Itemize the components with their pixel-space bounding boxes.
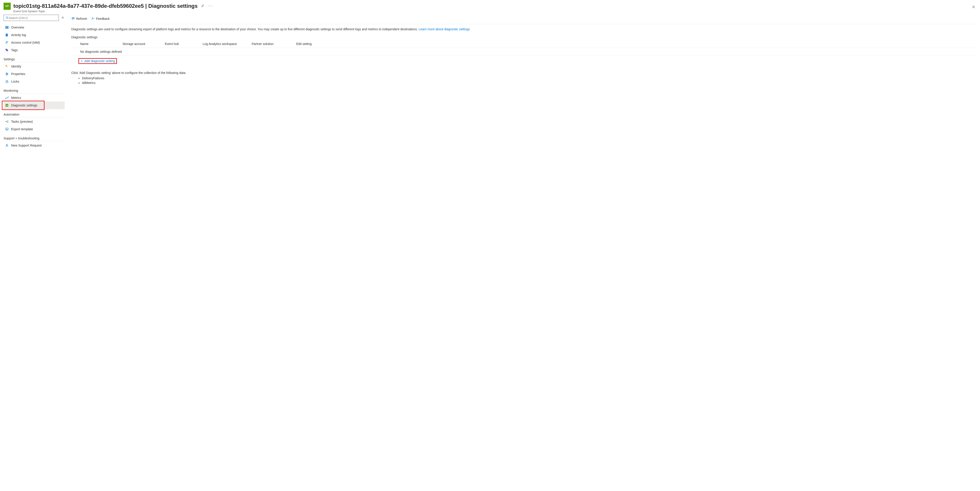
sidebar-item-label: Overview [11,25,24,29]
svg-point-22 [5,98,6,99]
sidebar-item-label: Diagnostic settings [11,103,37,107]
list-item: AllMetrics [82,81,975,85]
table-empty-row: No diagnostic settings defined [71,48,975,56]
sidebar-item-label: Activity log [11,33,26,37]
col-name: Name [80,42,123,46]
diagnostic-settings-icon [5,103,9,107]
properties-icon [5,72,9,76]
more-button[interactable]: ··· [207,3,214,9]
activity-log-icon [5,33,9,37]
svg-point-11 [7,41,8,42]
sidebar-search[interactable] [3,15,59,21]
tasks-icon [5,119,9,124]
metrics-icon [5,96,9,100]
list-item: DeliveryFailures [82,76,975,81]
main-content: Refresh Feedback Diagnostic settings are… [67,15,980,491]
svg-point-26 [7,121,8,121]
description: Diagnostic settings are used to configur… [71,27,975,32]
add-diagnostic-setting-link[interactable]: Add diagnostic setting [78,58,117,64]
table-header: Name Storage account Event hub Log Analy… [71,40,975,48]
search-input[interactable] [9,16,57,20]
sidebar-item-access-control[interactable]: Access control (IAM) [3,39,65,46]
col-storage: Storage account [123,42,165,46]
support-icon [5,143,9,148]
search-icon [6,16,9,19]
sidebar-item-label: New Support Request [11,144,41,147]
identity-icon [5,64,9,68]
refresh-button[interactable]: Refresh [71,17,87,21]
learn-more-link[interactable]: Learn more about diagnostic settings [419,27,470,31]
svg-rect-14 [6,66,8,67]
svg-point-25 [6,121,6,122]
svg-point-10 [6,41,7,42]
sidebar-item-metrics[interactable]: Metrics [3,94,65,102]
data-types-list: DeliveryFailures AllMetrics [71,76,975,85]
sidebar-item-tasks[interactable]: Tasks (preview) [3,118,65,126]
svg-rect-21 [6,81,8,83]
collapse-sidebar-button[interactable] [60,16,65,20]
sidebar-item-label: Locks [11,80,19,83]
page-header: topic01stg-811a624a-8a77-437e-89de-dfeb5… [0,0,980,15]
sidebar-group-monitoring: Monitoring [3,87,65,94]
svg-rect-4 [6,26,8,27]
toolbar: Refresh Feedback [71,15,975,24]
export-template-icon [5,127,9,131]
sidebar-item-label: Export template [11,127,33,131]
resource-type-icon [3,3,11,10]
sidebar-item-label: Tasks (preview) [11,120,33,123]
page-title: topic01stg-811a624a-8a77-437e-89de-dfeb5… [13,3,197,9]
refresh-icon [71,17,75,21]
sidebar-item-label: Properties [11,72,25,76]
sidebar-item-tags[interactable]: Tags [3,46,65,54]
svg-line-29 [6,122,7,122]
sidebar-item-label: Tags [11,48,18,52]
svg-point-13 [6,65,7,67]
close-button[interactable] [970,4,977,10]
col-log: Log Analytics workspace [203,42,252,46]
sidebar-item-diagnostic-settings[interactable]: Diagnostic settings [3,102,65,109]
overview-icon [5,25,9,29]
sidebar-item-label: Access control (IAM) [11,41,40,44]
sidebar-item-properties[interactable]: Properties [3,70,65,78]
plus-icon [80,60,83,62]
diagnostic-settings-table: Name Storage account Event hub Log Analy… [71,40,975,66]
sidebar-item-overview[interactable]: Overview [3,24,65,31]
svg-point-32 [6,144,7,145]
sidebar-item-activity-log[interactable]: Activity log [3,31,65,39]
sidebar-item-identity[interactable]: Identity [3,63,65,70]
svg-point-20 [6,75,7,75]
help-text: Click 'Add Diagnostic setting' above to … [71,71,975,75]
svg-point-23 [8,97,8,97]
locks-icon [5,79,9,84]
pin-button[interactable] [200,3,205,9]
sidebar-group-support: Support + troubleshooting [3,135,65,141]
sidebar-item-new-support-request[interactable]: New Support Request [3,141,65,149]
svg-point-12 [6,49,6,50]
svg-rect-6 [6,28,8,29]
sidebar-group-automation: Automation [3,111,65,118]
feedback-button[interactable]: Feedback [91,17,110,21]
access-control-icon [5,41,9,44]
svg-point-18 [6,73,7,73]
sidebar-item-label: Identity [11,65,21,68]
feedback-icon [91,17,95,21]
svg-point-33 [92,17,93,19]
section-label: Diagnostic settings [71,35,975,39]
sidebar-item-export-template[interactable]: Export template [3,126,65,133]
sidebar-item-label: Metrics [11,96,21,100]
col-eventhub: Event hub [165,42,203,46]
svg-line-3 [8,18,8,19]
svg-rect-8 [6,34,7,35]
sidebar: Overview Activity log Access control (IA… [0,15,67,491]
svg-line-28 [6,121,7,122]
svg-point-19 [7,74,8,75]
sidebar-item-locks[interactable]: Locks [3,78,65,85]
col-partner: Partner solution [252,42,296,46]
page-subtitle: Event Grid System Topic [13,10,969,13]
tags-icon [5,48,9,52]
sidebar-group-settings: Settings [3,56,65,62]
svg-point-2 [6,17,8,18]
svg-point-27 [7,122,8,123]
col-edit: Edit setting [296,42,323,46]
svg-rect-9 [6,35,7,35]
